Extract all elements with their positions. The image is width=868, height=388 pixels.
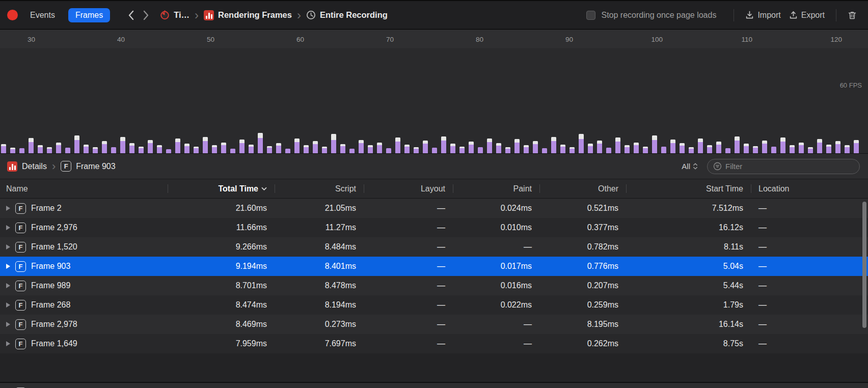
frame-bar[interactable] — [276, 143, 281, 153]
frame-bar[interactable] — [615, 137, 620, 153]
frame-bar[interactable] — [84, 145, 89, 153]
frame-bar[interactable] — [120, 137, 125, 153]
frame-bar[interactable] — [698, 138, 703, 153]
frame-bar[interactable] — [258, 133, 263, 153]
frame-bar[interactable] — [799, 143, 804, 153]
frame-bar[interactable] — [533, 141, 538, 153]
export-button[interactable]: Export — [785, 11, 829, 20]
timeline-ruler[interactable]: 30405060708090100110120 — [0, 30, 868, 49]
frame-bar[interactable] — [459, 147, 465, 153]
frame-bar[interactable] — [304, 145, 309, 153]
frame-bar[interactable] — [29, 138, 34, 153]
frame-bar[interactable] — [835, 141, 840, 153]
frame-bar[interactable] — [478, 147, 483, 153]
frame-bar[interactable] — [10, 148, 15, 153]
frame-bar[interactable] — [184, 144, 189, 153]
frame-bar[interactable] — [845, 145, 850, 153]
frame-bar[interactable] — [285, 149, 290, 153]
table-row[interactable]: FFrame 2,97611.66ms11.27ms—0.010ms0.377m… — [0, 218, 868, 237]
record-button[interactable] — [7, 10, 18, 20]
selected-frame-crumb[interactable]: F Frame 903 — [61, 161, 115, 172]
frame-bar[interactable] — [551, 137, 556, 153]
frame-bar[interactable] — [643, 147, 648, 153]
filter-input[interactable] — [725, 162, 854, 171]
frame-bar[interactable] — [780, 137, 785, 153]
frame-bar[interactable] — [340, 144, 345, 153]
frame-bar[interactable] — [349, 149, 355, 153]
frame-bar[interactable] — [65, 148, 70, 153]
table-row[interactable]: FFrame 2688.474ms8.194ms—0.022ms0.259ms1… — [0, 295, 868, 315]
frame-bar[interactable] — [56, 143, 61, 153]
frame-bar[interactable] — [817, 139, 822, 153]
frame-bar[interactable] — [139, 147, 144, 153]
frame-bar[interactable] — [1, 144, 6, 153]
frame-bar[interactable] — [790, 145, 795, 153]
frame-bar[interactable] — [129, 143, 134, 153]
clear-timeline-button[interactable] — [844, 11, 861, 20]
frame-bar[interactable] — [230, 149, 235, 153]
frame-bar[interactable] — [725, 148, 730, 153]
frame-bar[interactable] — [735, 136, 740, 153]
frame-bar[interactable] — [359, 140, 364, 153]
frame-bar[interactable] — [716, 142, 721, 153]
frame-bar[interactable] — [597, 141, 602, 153]
frame-bar[interactable] — [469, 142, 474, 153]
column-header-paint[interactable]: Paint — [453, 179, 540, 198]
table-row[interactable]: FFrame 1,6497.959ms7.697ms——0.262ms8.75s… — [0, 334, 868, 353]
frame-bar[interactable] — [450, 144, 455, 153]
column-header-location[interactable]: Location — [751, 179, 868, 198]
frame-bar[interactable] — [569, 147, 575, 153]
frame-bar[interactable] — [175, 138, 180, 153]
breadcrumb-entire-recording[interactable]: Entire Recording — [306, 10, 388, 20]
table-row[interactable]: FFrame 2,9788.469ms0.273ms——8.195ms16.14… — [0, 315, 868, 334]
frame-bar[interactable] — [395, 137, 400, 153]
frame-bar[interactable] — [753, 146, 758, 153]
vertical-scrollbar-thumb[interactable] — [862, 202, 866, 328]
frame-bar[interactable] — [414, 147, 419, 153]
frame-bar[interactable] — [652, 135, 657, 153]
frame-bar[interactable] — [505, 147, 510, 153]
frame-bar[interactable] — [441, 136, 446, 153]
frame-bar[interactable] — [377, 143, 382, 153]
frame-bar[interactable] — [212, 145, 217, 153]
frame-bar[interactable] — [19, 148, 24, 153]
disclosure-triangle[interactable] — [6, 341, 10, 346]
frame-bar[interactable] — [47, 147, 52, 153]
table-row[interactable]: FFrame 221.60ms21.05ms—0.024ms0.521ms7.5… — [0, 199, 868, 218]
frame-bar[interactable] — [514, 139, 520, 153]
column-header-start[interactable]: Start Time — [627, 179, 751, 198]
frame-bar[interactable] — [854, 140, 859, 153]
scope-filter-select[interactable]: All — [682, 162, 698, 171]
column-header-layout[interactable]: Layout — [364, 179, 453, 198]
frame-bar[interactable] — [542, 148, 547, 153]
frame-bar[interactable] — [625, 145, 630, 153]
frame-bar[interactable] — [294, 138, 300, 153]
frame-bar[interactable] — [762, 141, 767, 153]
frame-bar[interactable] — [423, 141, 428, 153]
frame-bar[interactable] — [670, 140, 675, 153]
frame-bar[interactable] — [680, 143, 685, 153]
disclosure-triangle[interactable] — [6, 225, 10, 230]
table-row[interactable]: FFrame 1,5209.266ms8.484ms——0.782ms8.11s… — [0, 237, 868, 257]
back-button[interactable] — [123, 10, 139, 20]
frame-bar[interactable] — [322, 147, 327, 153]
frame-bar[interactable] — [496, 143, 501, 153]
frame-bar[interactable] — [102, 141, 107, 153]
column-header-total[interactable]: Total Time — [168, 179, 275, 198]
table-row[interactable]: FFrame 9898.701ms8.478ms—0.016ms0.207ms5… — [0, 276, 868, 295]
frame-bar[interactable] — [771, 147, 776, 153]
frame-bar[interactable] — [606, 148, 611, 153]
table-row[interactable]: FFrame 9039.194ms8.401ms—0.017ms0.776ms5… — [0, 257, 868, 276]
frame-bar[interactable] — [487, 138, 492, 153]
stop-recording-checkbox[interactable] — [586, 11, 595, 20]
frame-bar[interactable] — [38, 145, 43, 153]
frame-bar[interactable] — [93, 147, 98, 153]
events-tab[interactable]: Events — [30, 11, 55, 20]
frame-bar[interactable] — [560, 145, 565, 153]
column-header-script[interactable]: Script — [275, 179, 364, 198]
disclosure-triangle[interactable] — [6, 302, 10, 308]
frame-bar[interactable] — [808, 147, 813, 153]
column-header-other[interactable]: Other — [540, 179, 627, 198]
frame-bar[interactable] — [404, 145, 410, 153]
frame-bar[interactable] — [74, 135, 79, 153]
